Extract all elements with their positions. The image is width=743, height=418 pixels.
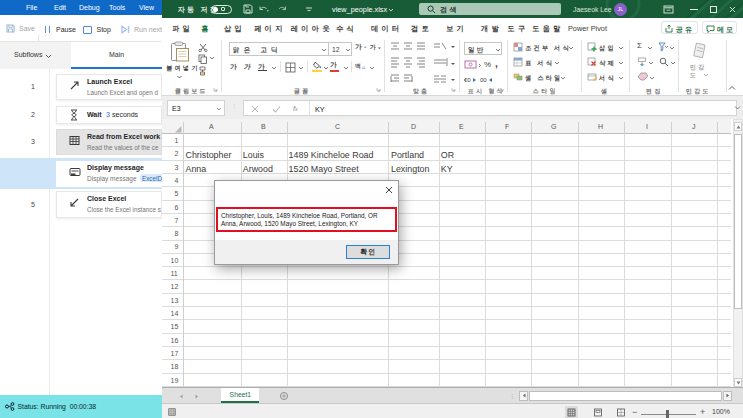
svg-text:€0: €0 (464, 77, 471, 83)
svg-text:00: 00 (480, 77, 487, 83)
